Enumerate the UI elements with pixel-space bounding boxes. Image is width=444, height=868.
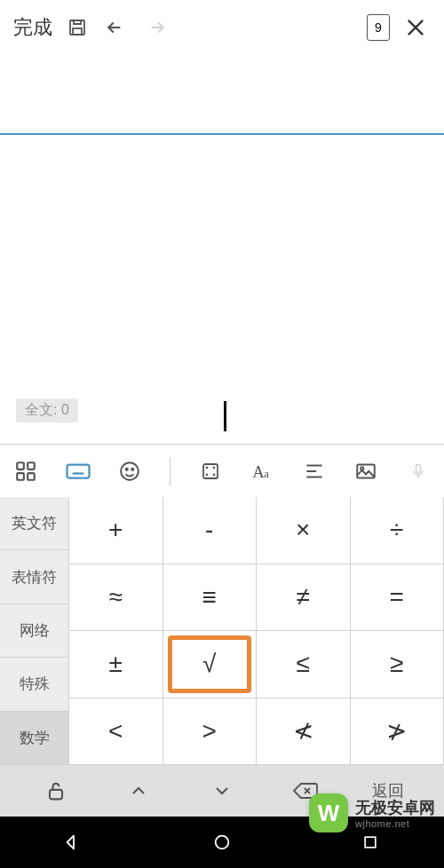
microphone-icon bbox=[403, 455, 433, 487]
redo-icon bbox=[141, 13, 170, 42]
key-lte[interactable]: ≤ bbox=[257, 631, 351, 698]
close-button[interactable] bbox=[400, 12, 431, 43]
svg-point-12 bbox=[214, 467, 215, 468]
save-icon[interactable] bbox=[63, 13, 91, 42]
emoji-icon[interactable] bbox=[115, 455, 145, 487]
nav-back-button[interactable] bbox=[47, 825, 100, 860]
lock-button[interactable] bbox=[14, 765, 98, 817]
word-count-badge: 全文: 0 bbox=[16, 398, 78, 422]
nav-home-button[interactable] bbox=[195, 825, 249, 860]
top-toolbar: 完成 9 bbox=[0, 0, 444, 55]
key-identical[interactable]: ≡ bbox=[163, 564, 258, 632]
key-equal[interactable]: = bbox=[351, 564, 445, 632]
watermark-subtitle: wjhome.net bbox=[355, 818, 435, 829]
editor-area[interactable]: 全文: 0 bbox=[0, 55, 444, 444]
editor-content[interactable]: 全文: 0 bbox=[0, 135, 444, 444]
key-lt[interactable]: < bbox=[69, 698, 163, 766]
category-math[interactable]: 数学 bbox=[0, 712, 69, 765]
undo-icon[interactable] bbox=[102, 13, 131, 42]
key-multiply[interactable]: × bbox=[257, 497, 351, 564]
symbol-keyboard: 英文符 表情符 网络 特殊 数学 + - × ÷ ≈ ≡ ≠ = ± √ ≤ ≥… bbox=[0, 497, 444, 817]
key-plus-minus[interactable]: ± bbox=[69, 631, 163, 698]
svg-rect-10 bbox=[203, 464, 218, 478]
svg-point-13 bbox=[207, 474, 208, 475]
key-approx[interactable]: ≈ bbox=[69, 564, 163, 632]
key-gte[interactable]: ≥ bbox=[351, 631, 445, 698]
key-not-lt[interactable]: ≮ bbox=[257, 698, 351, 766]
image-icon[interactable] bbox=[351, 455, 381, 487]
svg-rect-3 bbox=[28, 462, 35, 470]
svg-rect-19 bbox=[416, 464, 420, 472]
watermark-title: 无极安卓网 bbox=[355, 797, 435, 818]
svg-rect-4 bbox=[17, 473, 24, 480]
down-chevron-button[interactable] bbox=[180, 765, 264, 817]
watermark: W 无极安卓网 wjhome.net bbox=[309, 793, 435, 832]
svg-point-21 bbox=[216, 836, 229, 849]
divider bbox=[170, 457, 170, 485]
key-plus[interactable]: + bbox=[69, 497, 163, 564]
watermark-logo: W bbox=[309, 793, 348, 832]
svg-point-11 bbox=[207, 467, 208, 468]
format-toolbar: Aa bbox=[0, 444, 444, 497]
category-network[interactable]: 网络 bbox=[0, 604, 69, 658]
fullscreen-icon[interactable] bbox=[195, 455, 226, 487]
svg-point-7 bbox=[121, 462, 139, 480]
svg-point-8 bbox=[126, 468, 128, 470]
apps-icon[interactable] bbox=[11, 455, 41, 487]
svg-point-18 bbox=[361, 467, 363, 470]
svg-rect-22 bbox=[365, 837, 376, 848]
text-cursor bbox=[224, 401, 226, 431]
svg-rect-6 bbox=[67, 464, 89, 477]
keyboard-icon[interactable] bbox=[62, 455, 92, 487]
key-not-equal[interactable]: ≠ bbox=[257, 564, 351, 632]
align-icon[interactable] bbox=[299, 455, 329, 487]
category-emoji-symbols[interactable]: 表情符 bbox=[0, 550, 69, 604]
svg-text:a: a bbox=[264, 468, 269, 480]
up-chevron-button[interactable] bbox=[98, 765, 181, 817]
svg-rect-2 bbox=[17, 462, 24, 470]
key-minus[interactable]: - bbox=[163, 497, 258, 564]
svg-rect-17 bbox=[358, 464, 376, 477]
symbol-grid: + - × ÷ ≈ ≡ ≠ = ± √ ≤ ≥ < > ≮ ≯ bbox=[69, 497, 444, 765]
font-icon[interactable]: Aa bbox=[247, 455, 277, 487]
key-divide[interactable]: ÷ bbox=[351, 497, 445, 564]
key-sqrt[interactable]: √ bbox=[163, 631, 258, 698]
title-field[interactable] bbox=[0, 55, 444, 135]
done-button[interactable]: 完成 bbox=[13, 11, 52, 44]
category-special[interactable]: 特殊 bbox=[0, 658, 69, 711]
svg-rect-1 bbox=[73, 28, 82, 35]
svg-rect-20 bbox=[50, 790, 62, 800]
svg-rect-5 bbox=[28, 473, 35, 480]
key-gt[interactable]: > bbox=[163, 698, 258, 766]
category-english-symbols[interactable]: 英文符 bbox=[0, 497, 69, 550]
key-not-gt[interactable]: ≯ bbox=[351, 698, 445, 766]
svg-point-14 bbox=[214, 474, 215, 475]
page-number-badge[interactable]: 9 bbox=[367, 14, 390, 41]
svg-point-9 bbox=[131, 468, 133, 470]
category-list: 英文符 表情符 网络 特殊 数学 bbox=[0, 497, 69, 765]
